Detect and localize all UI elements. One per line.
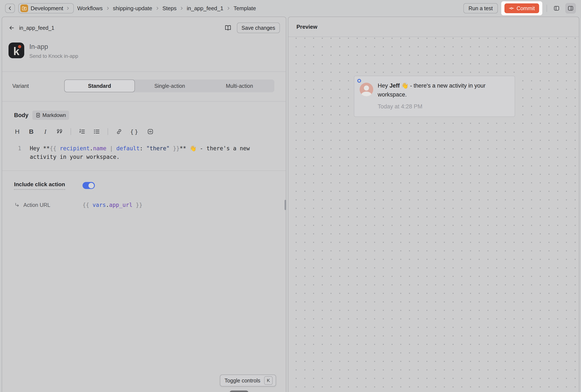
partially-hidden-control [230,391,248,392]
chevron-right-icon [226,6,230,10]
italic-button[interactable]: I [42,128,48,135]
template-editor-panel: in_app_feed_1 Save changes k In-app Send… [2,16,286,392]
variant-segmented-control: StandardSingle-actionMulti-action [64,79,274,92]
top-bar: Development Workflowsshipping-updateStep… [0,0,581,16]
variant-option-multi-action[interactable]: Multi-action [204,79,274,92]
unread-indicator-dot [357,79,361,83]
markdown-format-badge[interactable]: Markdown [32,110,69,120]
click-action-section: Include click action Action URL {{ vars.… [2,171,286,208]
docs-button[interactable] [223,23,233,32]
left-panel-layout-icon [553,5,560,11]
commit-spotlight: Commit [501,1,542,15]
toggle-controls-button[interactable]: Toggle controls K [220,375,276,387]
channel-title: In-app [29,43,78,51]
breadcrumb-item-in_app_feed_1[interactable]: in_app_feed_1 [187,5,223,12]
preview-canvas: Hey Jeff 👋 - there's a new activity in y… [288,37,579,392]
breadcrumb-item-Template[interactable]: Template [234,5,256,12]
variant-label: Variant [12,83,64,89]
keyboard-shortcut-key: K [264,376,273,385]
channel-info: k In-app Send to Knock in-app [2,33,286,71]
avatar-person-icon [364,85,369,90]
panel-scrollbar-thumb[interactable] [284,200,286,210]
save-changes-button[interactable]: Save changes [237,22,280,33]
link-button[interactable] [116,128,122,135]
markdown-file-icon [36,113,40,118]
recipient-name: Jeff [390,82,400,89]
toggle-knob [88,183,94,188]
chevron-right-icon [180,6,184,10]
commit-button[interactable]: Commit [504,3,539,13]
commit-button-label: Commit [516,5,535,11]
channel-subtitle: Send to Knock in-app [29,53,78,59]
include-click-action-label: Include click action [14,181,65,190]
knock-logo-dot [18,45,21,48]
preview-title: Preview [296,23,317,30]
chevron-left-icon [7,5,13,11]
notification-message: Hey Jeff 👋 - there's a new activity in y… [378,81,505,99]
preview-panel: Preview Hey Jeff 👋 - there's a new activ… [288,16,579,392]
knock-logo: k [8,42,24,58]
chevron-right-icon [155,6,160,10]
breadcrumb: Workflowsshipping-updateStepsin_app_feed… [77,5,256,12]
action-url-label: Action URL [24,202,50,208]
breadcrumb-item-Workflows[interactable]: Workflows [77,5,102,12]
environment-switcher[interactable]: Development [18,3,74,13]
toggle-controls-label: Toggle controls [224,378,260,384]
body-code-line: Hey **{{ recipient.name | default: "ther… [30,144,264,161]
variant-option-standard[interactable]: Standard [64,79,135,92]
formatting-toolbar: H B I [14,128,275,135]
bullet-list-button[interactable] [93,128,100,135]
breadcrumb-item-Steps[interactable]: Steps [162,5,177,12]
include-click-action-toggle[interactable] [82,182,95,189]
code-block-button[interactable] [147,128,154,135]
body-code-editor[interactable]: 1 Hey **{{ recipient.name | default: "th… [14,144,275,170]
avatar [360,83,373,96]
ordered-list-button[interactable] [79,128,86,135]
back-arrow-icon[interactable] [8,25,15,31]
chevron-right-icon [106,6,110,10]
template-editor-header: in_app_feed_1 Save changes [2,17,286,33]
run-a-test-button[interactable]: Run a test [464,3,498,13]
topbar-divider [546,5,547,12]
chevron-down-icon [66,6,70,10]
step-name: in_app_feed_1 [19,25,54,31]
variant-row: Variant StandardSingle-actionMulti-actio… [2,72,286,101]
preview-header: Preview [288,17,579,37]
back-button[interactable] [5,3,15,13]
notification-preview-card[interactable]: Hey Jeff 👋 - there's a new activity in y… [354,76,515,117]
right-panel-layout-icon [568,5,574,11]
environment-name: Development [30,5,63,12]
toggle-right-panel-button[interactable] [565,3,576,13]
bold-button[interactable]: B [28,128,34,135]
breadcrumb-item-shipping-update[interactable]: shipping-update [113,5,152,12]
body-section: Body Markdown H B I [2,102,286,170]
line-number: 1 [14,144,21,161]
open-book-icon [224,24,232,31]
notification-timestamp: Today at 4:28 PM [378,103,422,110]
heading-button[interactable]: H [14,128,20,135]
blockquote-button[interactable] [56,128,63,135]
liquid-variable-button[interactable]: {} [130,128,139,135]
corner-arrow-icon [14,202,20,208]
environment-folder-icon [20,4,28,12]
git-commit-icon [509,5,514,11]
body-label: Body [14,112,28,119]
markdown-badge-label: Markdown [42,112,66,118]
variant-option-single-action[interactable]: Single-action [135,79,204,92]
toolbar-divider [70,128,71,135]
action-url-value[interactable]: {{ vars.app_url }} [82,202,142,208]
toolbar-divider [108,128,108,135]
toggle-left-panel-button[interactable] [551,3,562,13]
